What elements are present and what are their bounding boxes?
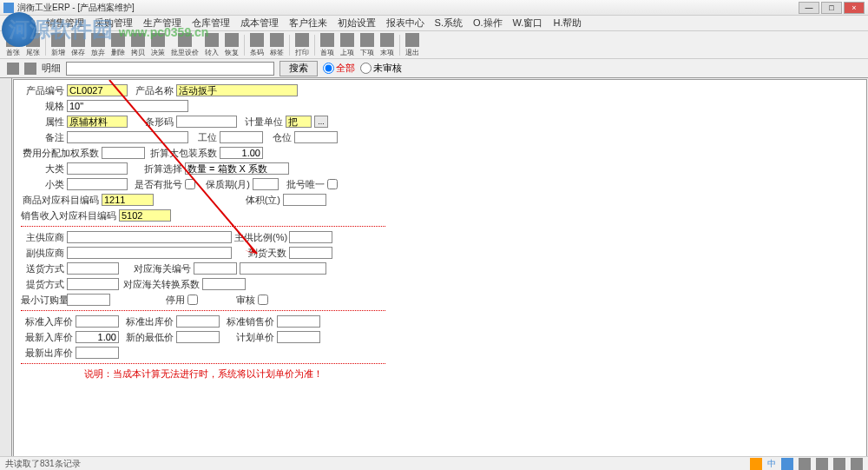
maximize-button[interactable]: □	[821, 2, 842, 14]
inp-customs-desc[interactable]	[240, 262, 326, 275]
inp-spec[interactable]	[67, 100, 188, 112]
menu-init[interactable]: 初始设置	[332, 17, 381, 30]
inp-barcode[interactable]	[176, 116, 237, 128]
close-button[interactable]: ×	[844, 2, 865, 14]
menu-sales[interactable]: 销售管理	[41, 17, 89, 30]
tool-barcode[interactable]: 条码	[247, 33, 266, 57]
menu-file[interactable]: F.文件	[3, 17, 41, 30]
tool-last-item[interactable]: 末项	[378, 33, 397, 57]
lbl-spec: 规格	[21, 100, 64, 113]
inp-main-supplier[interactable]	[67, 231, 232, 243]
menu-customer[interactable]: 客户往来	[284, 17, 332, 30]
menu-help[interactable]: H.帮助	[548, 17, 587, 30]
inp-unit[interactable]	[286, 116, 312, 128]
inp-bin[interactable]	[294, 131, 338, 143]
inp-main-ratio[interactable]	[289, 231, 332, 243]
chk-disable[interactable]	[187, 295, 198, 305]
inp-process[interactable]	[220, 131, 263, 143]
inp-std-in[interactable]	[76, 315, 119, 328]
inp-inv-subj[interactable]	[102, 194, 154, 206]
menu-operate[interactable]: O.操作	[468, 17, 508, 30]
tool-last[interactable]: 尾张	[23, 33, 43, 57]
tray-icon-3[interactable]	[816, 458, 828, 470]
lbl-bin: 仓位	[266, 131, 292, 144]
search-button[interactable]: 搜索	[279, 61, 318, 76]
inp-attr[interactable]	[67, 116, 128, 128]
tool-prev-item[interactable]: 上项	[338, 33, 357, 57]
search-input[interactable]	[66, 62, 274, 76]
tool-copy[interactable]: 拷贝	[128, 33, 148, 57]
tray-icon-1[interactable]	[781, 458, 793, 470]
inp-product-code[interactable]	[67, 84, 128, 96]
inp-warranty[interactable]	[253, 178, 279, 190]
tool-first-item[interactable]: 首项	[318, 33, 337, 57]
form-area: 产品编号 产品名称 规格 属性 条形码 计量单位 ... 备注 工位 仓位	[13, 79, 867, 470]
inp-deliver[interactable]	[67, 262, 119, 275]
inp-min-order[interactable]	[67, 294, 110, 306]
tray-icon-2[interactable]	[799, 458, 811, 470]
tray-icon-5[interactable]	[851, 458, 863, 470]
menu-warehouse[interactable]: 仓库管理	[187, 17, 235, 30]
menu-window[interactable]: W.窗口	[508, 17, 549, 30]
lbl-disable: 停用	[159, 294, 185, 307]
inp-latest-out[interactable]	[76, 347, 119, 359]
inp-cat1[interactable]	[67, 162, 128, 175]
inp-purchase[interactable]	[67, 278, 119, 290]
chk-batch-unique[interactable]	[327, 179, 338, 189]
lbl-plan-price: 计划单价	[222, 331, 274, 344]
menubar: F.文件 销售管理 采购管理 生产管理 仓库管理 成本管理 客户往来 初始设置 …	[0, 16, 868, 31]
tool-restore[interactable]: 恢复	[222, 33, 241, 57]
inp-note[interactable]	[67, 131, 188, 143]
tool-first[interactable]: 首张	[3, 33, 23, 57]
inp-customs[interactable]	[194, 262, 237, 275]
inp-plan-price[interactable]	[277, 331, 320, 343]
btn-unit-pick[interactable]: ...	[314, 116, 328, 128]
menu-cost[interactable]: 成本管理	[235, 17, 284, 30]
tool-print[interactable]: 打印	[293, 33, 312, 57]
titlebar: 润衡工业ERP - [产品档案维护] — □ ×	[0, 0, 868, 16]
menu-report[interactable]: 报表中心	[381, 17, 430, 30]
inp-customs-coef[interactable]	[202, 278, 246, 290]
menu-system[interactable]: S.系统	[430, 17, 468, 30]
inp-volume[interactable]	[283, 194, 326, 206]
tool-decide[interactable]: 决策	[148, 33, 168, 57]
list-icon[interactable]	[7, 63, 19, 75]
chk-batch[interactable]	[185, 179, 195, 189]
lbl-product-name: 产品名称	[130, 84, 174, 97]
inp-cat2[interactable]	[67, 178, 128, 190]
inp-product-name[interactable]	[176, 84, 298, 96]
inp-latest-in[interactable]	[76, 331, 119, 343]
tool-label[interactable]: 标签	[267, 33, 286, 57]
tool-cancel[interactable]: 放弃	[89, 33, 108, 57]
lbl-cost-coef: 费用分配加权系数	[21, 147, 99, 160]
inp-sales-subj[interactable]	[119, 209, 171, 222]
inp-cost-coef[interactable]	[102, 147, 145, 159]
footer-note: 说明：当成本计算无法进行时，系统将以计划单价为准！	[21, 367, 385, 381]
tool-exit[interactable]: 退出	[403, 33, 422, 57]
menu-production[interactable]: 生产管理	[138, 17, 187, 30]
menu-purchase[interactable]: 采购管理	[89, 17, 138, 30]
radio-unaudit[interactable]	[360, 63, 372, 74]
tool-save[interactable]: 保存	[69, 33, 88, 57]
tray-ime-icon[interactable]	[750, 458, 762, 470]
chk-audit[interactable]	[258, 295, 268, 305]
tray-icon-4[interactable]	[833, 458, 845, 470]
lbl-new-low: 新的最低价	[122, 331, 174, 344]
inp-arrive-days[interactable]	[289, 247, 332, 259]
inp-new-low[interactable]	[176, 331, 220, 343]
inp-std-sell[interactable]	[277, 315, 320, 328]
tool-batchprice[interactable]: 批里设价	[168, 33, 201, 57]
tool-delete[interactable]: 删除	[108, 33, 128, 57]
tool-next-item[interactable]: 下项	[358, 33, 377, 57]
inp-std-out[interactable]	[176, 315, 220, 328]
lbl-batch-check: 是否有批号	[130, 178, 182, 191]
tool-import[interactable]: 转入	[202, 33, 221, 57]
inp-sub-supplier[interactable]	[67, 247, 232, 259]
detail-icon[interactable]	[24, 63, 36, 75]
inp-pack-coef[interactable]	[220, 147, 263, 159]
radio-all[interactable]	[323, 63, 334, 74]
tool-new[interactable]: 新增	[49, 33, 68, 57]
minimize-button[interactable]: —	[799, 2, 819, 14]
tray-icons: 中	[750, 458, 863, 470]
inp-method[interactable]	[185, 162, 289, 175]
